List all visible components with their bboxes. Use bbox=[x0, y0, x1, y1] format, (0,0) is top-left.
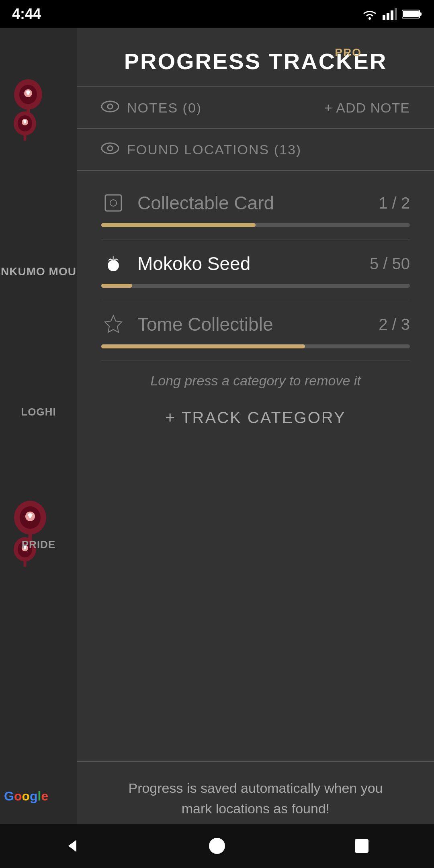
category-mokoko-seed[interactable]: Mokoko Seed 5 / 50 bbox=[101, 240, 410, 300]
mokoko-seed-name: Mokoko Seed bbox=[137, 253, 358, 274]
found-locations-label: FOUND LOCATIONS (13) bbox=[127, 142, 301, 158]
collectable-card-progress-bg bbox=[101, 223, 410, 227]
track-category-button[interactable]: + TRACK CATEGORY bbox=[165, 409, 346, 427]
google-logo: Google bbox=[4, 789, 48, 804]
map-label-pride: PRIDE bbox=[0, 538, 77, 551]
recents-icon bbox=[352, 836, 372, 856]
svg-point-29 bbox=[209, 838, 225, 854]
svg-rect-30 bbox=[355, 839, 368, 853]
category-tome-collectible[interactable]: Tome Collectible 2 / 3 bbox=[101, 300, 410, 361]
svg-point-25 bbox=[110, 200, 117, 206]
mokoko-seed-icon bbox=[101, 252, 125, 276]
notes-label: NOTES (0) bbox=[127, 100, 202, 116]
svg-rect-6 bbox=[403, 11, 419, 17]
back-button[interactable] bbox=[62, 836, 82, 856]
navigation-bar bbox=[0, 824, 434, 868]
categories-section: Collectable Card 1 / 2 Mok bbox=[77, 171, 434, 761]
drawer-header: PROGRESS TRACKER PRO bbox=[77, 28, 434, 87]
eye-icon-locations bbox=[101, 141, 119, 158]
pro-badge: PRO bbox=[335, 46, 362, 59]
mokoko-seed-progress-fill bbox=[101, 284, 132, 288]
eye-icon-notes bbox=[101, 99, 119, 116]
svg-point-26 bbox=[108, 260, 119, 271]
collectable-card-icon bbox=[101, 191, 125, 215]
svg-point-0 bbox=[368, 17, 371, 20]
svg-rect-4 bbox=[395, 8, 397, 20]
recents-button[interactable] bbox=[352, 836, 372, 856]
tome-collectible-count: 2 / 3 bbox=[379, 315, 410, 334]
add-note-button[interactable]: + ADD NOTE bbox=[324, 100, 410, 116]
found-locations-section: FOUND LOCATIONS (13) bbox=[77, 129, 434, 171]
home-icon bbox=[207, 836, 227, 856]
back-icon bbox=[62, 836, 82, 856]
map-label-nkumo: NKUMO MOU bbox=[0, 265, 77, 278]
svg-marker-27 bbox=[105, 315, 122, 332]
notes-section: NOTES (0) + ADD NOTE bbox=[77, 87, 434, 129]
signal-icon bbox=[383, 8, 397, 20]
status-icons bbox=[362, 8, 422, 20]
tome-collectible-progress-bg bbox=[101, 344, 410, 348]
wifi-icon bbox=[362, 8, 378, 20]
collectable-card-name: Collectable Card bbox=[137, 192, 366, 214]
battery-icon bbox=[402, 8, 422, 20]
svg-marker-28 bbox=[68, 840, 76, 852]
svg-rect-1 bbox=[383, 15, 385, 20]
svg-rect-7 bbox=[420, 12, 422, 16]
collectable-card-progress-fill bbox=[101, 223, 256, 227]
home-button[interactable] bbox=[207, 836, 227, 856]
svg-rect-2 bbox=[387, 13, 389, 20]
hint-text: Long press a category to remove it bbox=[101, 361, 410, 401]
auto-save-text: Progress is saved automatically when you… bbox=[101, 778, 410, 819]
status-time: 4:44 bbox=[12, 6, 41, 23]
map-label-loghi: LOGHI bbox=[0, 406, 77, 418]
svg-point-23 bbox=[108, 146, 113, 151]
svg-point-21 bbox=[108, 104, 113, 109]
category-collectable-card[interactable]: Collectable Card 1 / 2 bbox=[101, 179, 410, 240]
svg-point-22 bbox=[102, 143, 119, 154]
svg-rect-3 bbox=[391, 10, 393, 20]
tome-collectible-progress-fill bbox=[101, 344, 305, 348]
mokoko-seed-progress-bg bbox=[101, 284, 410, 288]
status-bar: 4:44 bbox=[0, 0, 434, 28]
collectable-card-count: 1 / 2 bbox=[379, 194, 410, 212]
map-background: NKUMO MOU LOGHI PRIDE Google bbox=[0, 0, 77, 868]
svg-rect-24 bbox=[105, 195, 121, 211]
map-marker-top2 bbox=[12, 108, 38, 142]
tome-collectible-icon bbox=[101, 312, 125, 336]
track-category-section: + TRACK CATEGORY bbox=[101, 401, 410, 443]
svg-point-20 bbox=[102, 101, 119, 112]
progress-tracker-drawer: PROGRESS TRACKER PRO NOTES (0) + ADD NOT… bbox=[77, 28, 434, 868]
tome-collectible-name: Tome Collectible bbox=[137, 313, 366, 335]
mokoko-seed-count: 5 / 50 bbox=[370, 255, 410, 273]
